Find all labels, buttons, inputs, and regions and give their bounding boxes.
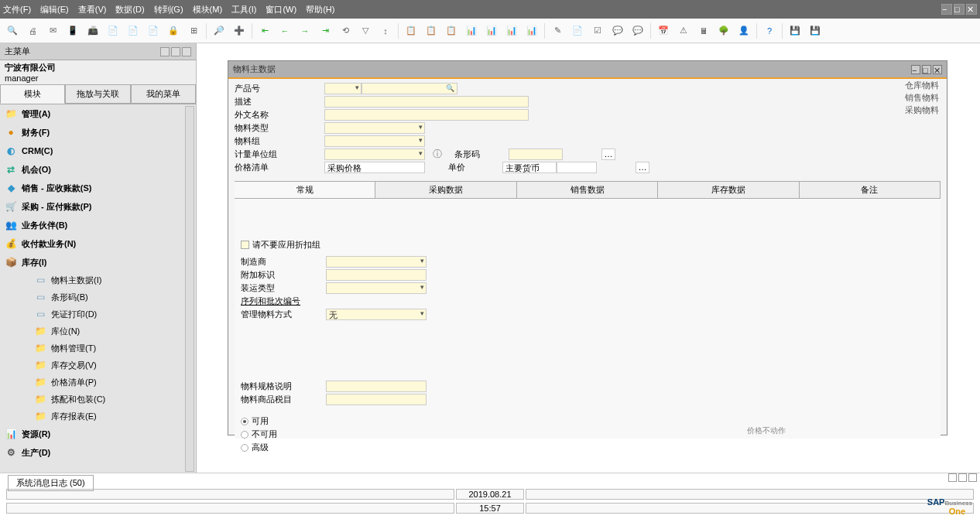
barcode-input[interactable]: [509, 149, 563, 160]
inventory-pickpack[interactable]: 📁拣配和包装(C): [0, 391, 196, 408]
purchase-item-link[interactable]: 采购物料: [905, 104, 939, 116]
search-icon[interactable]: 🔍: [446, 84, 454, 92]
note2-icon[interactable]: 💬: [630, 23, 646, 39]
inventory-trans[interactable]: 📁库存交易(V): [0, 357, 196, 374]
calendar-icon[interactable]: 📅: [656, 23, 671, 39]
filter-icon[interactable]: ▽: [358, 23, 373, 39]
module-tree[interactable]: 📁管理(A) ●财务(F) ◐CRM(C) ⇄机会(O) ◆销售 - 应收账款(…: [0, 104, 196, 473]
system-message-log[interactable]: 系统消息日志 (50): [8, 475, 94, 491]
form-close-icon[interactable]: ✕: [933, 65, 942, 74]
sidebar-minimize-icon[interactable]: [160, 47, 170, 56]
add-icon[interactable]: ➕: [231, 23, 247, 39]
menu-file[interactable]: 文件(F): [3, 4, 31, 15]
commodity-tax-input[interactable]: [326, 394, 427, 405]
menu-goto[interactable]: 转到(G): [154, 4, 183, 15]
manufacturer-select[interactable]: [326, 256, 427, 268]
tree-icon[interactable]: 🌳: [716, 23, 732, 39]
barcode-picker-button[interactable]: …: [601, 149, 615, 160]
scrollbar[interactable]: [185, 106, 194, 472]
panel-min-icon[interactable]: [948, 473, 957, 482]
last-record-icon[interactable]: ⇥: [317, 23, 333, 39]
module-purchasing[interactable]: 🛒采购 - 应付账款(P): [0, 197, 196, 216]
menu-tools[interactable]: 工具(I): [231, 4, 256, 15]
next-record-icon[interactable]: →: [297, 23, 313, 39]
tab-purchasing-data[interactable]: 采购数据: [375, 182, 516, 198]
edit-icon[interactable]: ✎: [550, 23, 565, 39]
info-icon[interactable]: ⓘ: [431, 148, 444, 160]
fax-icon[interactable]: 📠: [85, 23, 101, 39]
calc-icon[interactable]: 🖩: [696, 23, 711, 39]
export-excel-icon[interactable]: 📄: [105, 23, 121, 39]
refresh-icon[interactable]: ⟲: [338, 23, 353, 39]
chart3-icon[interactable]: 📊: [504, 23, 519, 39]
chart2-icon[interactable]: 📊: [484, 23, 499, 39]
inventory-bin[interactable]: 📁库位(N): [0, 323, 196, 340]
inventory-item-master[interactable]: ▭物料主数据(I): [0, 271, 196, 289]
find-icon[interactable]: 🔎: [211, 23, 227, 39]
prev-record-icon[interactable]: ←: [277, 23, 293, 39]
panel-max-icon[interactable]: [958, 473, 967, 482]
description-input[interactable]: [324, 96, 529, 108]
tab-general[interactable]: 常规: [235, 182, 375, 198]
doc3-icon[interactable]: 📋: [444, 23, 459, 39]
uom-group-select[interactable]: [324, 149, 425, 160]
currency-picker-button[interactable]: …: [636, 162, 649, 173]
sms-icon[interactable]: 📱: [65, 23, 81, 39]
module-banking[interactable]: 💰收付款业务(N): [0, 234, 196, 253]
checklist-icon[interactable]: ☑: [590, 23, 605, 39]
menu-help[interactable]: 帮助(H): [306, 4, 334, 15]
addl-ident-input[interactable]: [326, 269, 427, 281]
preview-icon[interactable]: 🔍: [5, 23, 20, 39]
menu-window[interactable]: 窗口(W): [266, 4, 296, 15]
radio-advanced[interactable]: 高级: [241, 442, 934, 453]
email-icon[interactable]: ✉: [45, 23, 60, 39]
inventory-pricelist[interactable]: 📁价格清单(P): [0, 374, 196, 391]
lock-icon[interactable]: 🔒: [166, 23, 181, 39]
close-icon[interactable]: ✕: [966, 4, 977, 15]
tab-mymenu[interactable]: 我的菜单: [131, 84, 196, 104]
spec-desc-input[interactable]: [326, 381, 427, 392]
help-icon[interactable]: ?: [762, 23, 777, 39]
no-discount-checkbox-row[interactable]: 请不要应用折扣组: [241, 239, 934, 251]
ship-type-select[interactable]: [326, 282, 427, 294]
unit-price-value[interactable]: [557, 162, 597, 173]
tab-sales-data[interactable]: 销售数据: [517, 182, 658, 198]
inventory-docprint[interactable]: ▭凭证打印(D): [0, 306, 196, 323]
inventory-mgmt[interactable]: 📁物料管理(T): [0, 340, 196, 357]
sidebar-close-icon[interactable]: [182, 47, 191, 56]
item-group-select[interactable]: [324, 135, 425, 147]
foreign-name-input[interactable]: [324, 109, 529, 121]
module-production[interactable]: ⚙生产(D): [0, 443, 196, 462]
panel-close-icon[interactable]: [968, 473, 977, 482]
export-pdf-icon[interactable]: 📄: [146, 23, 161, 39]
sales-item-link[interactable]: 销售物料: [905, 92, 939, 104]
tab-inventory-data[interactable]: 库存数据: [658, 182, 799, 198]
maximize-icon[interactable]: □: [954, 4, 965, 15]
module-admin[interactable]: 📁管理(A): [0, 104, 196, 123]
product-no-input[interactable]: 🔍: [362, 83, 457, 94]
no-discount-checkbox[interactable]: [241, 241, 249, 249]
warehouse-item-link[interactable]: 仓库物料: [905, 80, 939, 91]
note1-icon[interactable]: 💬: [610, 23, 625, 39]
price-list-value[interactable]: 采购价格: [324, 162, 425, 173]
doc2-icon[interactable]: 📋: [423, 23, 439, 39]
module-financials[interactable]: ●财务(F): [0, 123, 196, 142]
tab-modules[interactable]: 模块: [0, 84, 65, 104]
product-no-type-select[interactable]: [324, 83, 362, 94]
manage-method-select[interactable]: 无: [326, 309, 427, 320]
first-record-icon[interactable]: ⇤: [257, 23, 272, 39]
radio-available[interactable]: 可用: [241, 415, 934, 427]
menu-view[interactable]: 查看(V): [78, 4, 107, 15]
inventory-reports[interactable]: 📁库存报表(E): [0, 408, 196, 425]
form-maximize-icon[interactable]: □: [922, 65, 931, 74]
form-minimize-icon[interactable]: −: [911, 65, 920, 74]
sidebar-maximize-icon[interactable]: [171, 47, 180, 56]
menu-data[interactable]: 数据(D): [115, 4, 144, 15]
chart1-icon[interactable]: 📊: [464, 23, 479, 39]
sort-icon[interactable]: ↕: [378, 23, 393, 39]
new-doc-icon[interactable]: 📄: [570, 23, 585, 39]
tab-remarks[interactable]: 备注: [800, 182, 941, 198]
user-icon[interactable]: 👤: [736, 23, 752, 39]
module-crm[interactable]: ◐CRM(C): [0, 142, 196, 160]
layout-icon[interactable]: ⊞: [186, 23, 201, 39]
